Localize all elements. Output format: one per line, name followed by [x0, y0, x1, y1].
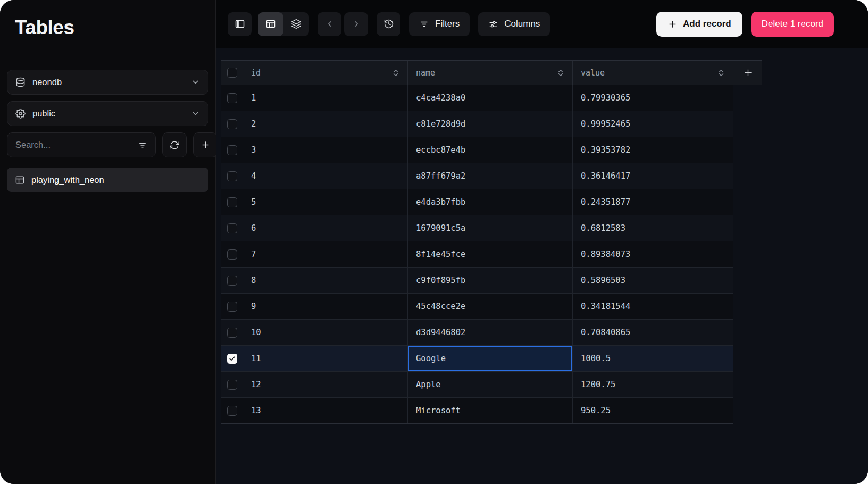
cell-value[interactable]: 0.39353782	[573, 137, 733, 163]
sidebar-item-playing-with-neon[interactable]: playing_with_neon	[7, 168, 208, 192]
table-row: 11 Google 1000.5	[221, 346, 733, 372]
cell-name[interactable]: c9f0f895fb	[408, 268, 573, 293]
chevron-left-icon	[325, 19, 335, 29]
row-checkbox[interactable]	[227, 249, 237, 260]
cell-name[interactable]: Microsoft	[408, 398, 573, 423]
column-header-name[interactable]: name	[408, 61, 573, 85]
chevron-right-icon	[352, 19, 361, 29]
cell-value[interactable]: 0.89384073	[573, 241, 733, 267]
cell-name[interactable]: a87ff679a2	[408, 163, 573, 189]
schema-selector-label: public	[32, 109, 55, 119]
cell-id[interactable]: 8	[243, 268, 408, 293]
row-checkbox[interactable]	[227, 223, 237, 233]
row-checkbox[interactable]	[227, 145, 237, 155]
row-checkbox[interactable]	[227, 406, 237, 416]
column-header-label: value	[581, 68, 605, 78]
delete-record-button[interactable]: Delete 1 record	[751, 12, 834, 37]
refresh-button[interactable]	[162, 132, 187, 157]
plus-icon	[743, 68, 753, 78]
column-header-value[interactable]: value	[573, 61, 733, 85]
search-input-wrapper	[7, 132, 156, 157]
sort-icon[interactable]	[392, 69, 399, 77]
cell-id[interactable]: 2	[243, 111, 408, 137]
add-record-label: Add record	[683, 19, 731, 29]
cell-name[interactable]: e4da3b7fbb	[408, 189, 573, 215]
database-selector-label: neondb	[32, 77, 62, 87]
cell-value[interactable]: 0.6812583	[573, 215, 733, 241]
delete-record-label: Delete 1 record	[762, 19, 823, 29]
cell-value[interactable]: 0.99952465	[573, 111, 733, 137]
row-checkbox[interactable]	[227, 276, 237, 286]
filters-button[interactable]: Filters	[409, 12, 470, 36]
table-row: 2 c81e728d9d 0.99952465	[221, 111, 733, 137]
cell-id[interactable]: 9	[243, 294, 408, 319]
row-checkbox[interactable]	[227, 302, 237, 312]
sort-icon[interactable]	[717, 69, 725, 77]
row-checkbox[interactable]	[227, 328, 237, 338]
cell-value[interactable]: 1000.5	[573, 346, 733, 371]
layers-view-button[interactable]	[283, 12, 309, 36]
cell-name[interactable]: 1679091c5a	[408, 215, 573, 241]
search-input[interactable]	[15, 140, 132, 150]
cell-name[interactable]: d3d9446802	[408, 320, 573, 345]
add-table-button[interactable]	[193, 132, 218, 157]
cell-name[interactable]: eccbc87e4b	[408, 137, 573, 163]
row-checkbox-cell	[221, 398, 243, 423]
row-checkbox[interactable]	[227, 119, 237, 129]
cell-id[interactable]: 1	[243, 85, 408, 111]
cell-id[interactable]: 13	[243, 398, 408, 423]
cell-value[interactable]: 0.36146417	[573, 163, 733, 189]
cell-id[interactable]: 10	[243, 320, 408, 345]
cell-id[interactable]: 12	[243, 372, 408, 397]
table-body: 1 c4ca4238a0 0.79930365 2 c81e728d9d 0.9…	[221, 85, 868, 424]
cell-name[interactable]: Apple	[408, 372, 573, 397]
previous-page-button[interactable]	[318, 12, 341, 36]
select-all-checkbox[interactable]	[227, 68, 237, 78]
row-checkbox[interactable]	[227, 380, 237, 390]
cell-id[interactable]: 5	[243, 189, 408, 215]
row-checkbox[interactable]	[227, 93, 237, 103]
cell-id[interactable]: 3	[243, 137, 408, 163]
sidebar-toggle-button[interactable]	[228, 12, 252, 36]
add-record-button[interactable]: Add record	[656, 12, 742, 37]
cell-value[interactable]: 0.79930365	[573, 85, 733, 111]
sliders-icon	[488, 19, 498, 29]
page-title: Tables	[15, 16, 74, 39]
cell-name[interactable]: c4ca4238a0	[408, 85, 573, 111]
cell-value[interactable]: 1200.75	[573, 372, 733, 397]
add-column-button[interactable]	[733, 61, 763, 85]
next-page-button[interactable]	[344, 12, 368, 36]
row-checkbox-cell	[221, 215, 243, 241]
cell-value[interactable]: 0.24351877	[573, 189, 733, 215]
panel-left-icon	[235, 19, 245, 29]
table-row: 4 a87ff679a2 0.36146417	[221, 163, 733, 189]
table-row: 8 c9f0f895fb 0.5896503	[221, 268, 733, 294]
row-checkbox[interactable]	[227, 171, 237, 181]
columns-button[interactable]: Columns	[478, 12, 550, 36]
cell-name[interactable]: 45c48cce2e	[408, 294, 573, 319]
row-checkbox[interactable]	[227, 197, 237, 207]
cell-name[interactable]: c81e728d9d	[408, 111, 573, 137]
cell-value[interactable]: 0.34181544	[573, 294, 733, 319]
plus-icon	[667, 19, 678, 29]
history-button[interactable]	[377, 12, 400, 36]
cell-value[interactable]: 950.25	[573, 398, 733, 423]
cell-value[interactable]: 0.70840865	[573, 320, 733, 345]
cell-id[interactable]: 6	[243, 215, 408, 241]
cell-name[interactable]: 8f14e45fce	[408, 241, 573, 267]
database-selector[interactable]: neondb	[7, 70, 208, 95]
cell-name[interactable]: Google	[408, 346, 573, 371]
cell-id[interactable]: 4	[243, 163, 408, 189]
table-row: 13 Microsoft 950.25	[221, 398, 733, 424]
schema-selector[interactable]: public	[7, 101, 208, 126]
cell-id[interactable]: 7	[243, 241, 408, 267]
sort-icon[interactable]	[557, 69, 564, 77]
row-checkbox-cell	[221, 294, 243, 319]
cell-id[interactable]: 11	[243, 346, 408, 371]
search-row	[7, 132, 208, 157]
row-checkbox[interactable]	[227, 354, 237, 364]
column-header-id[interactable]: id	[243, 61, 408, 85]
chevron-down-icon	[191, 78, 200, 87]
grid-view-button[interactable]	[258, 12, 283, 36]
cell-value[interactable]: 0.5896503	[573, 268, 733, 293]
